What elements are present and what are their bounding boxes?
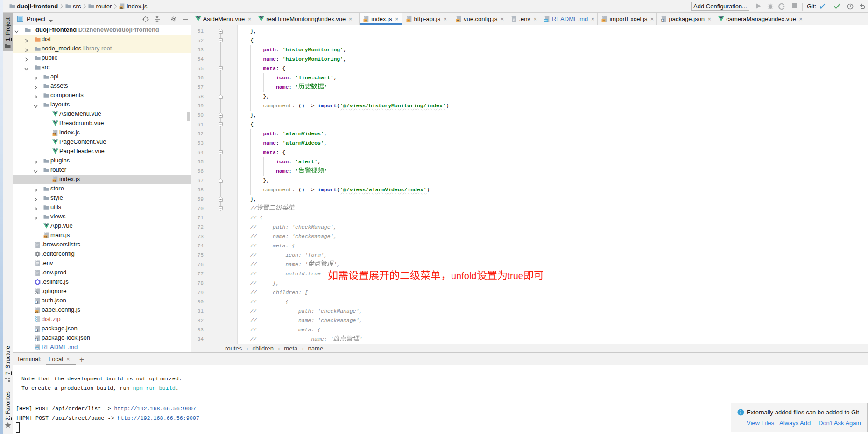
svg-text:{}: {} xyxy=(35,329,38,332)
svg-text:{}: {} xyxy=(661,18,664,21)
svg-text:JS: JS xyxy=(53,133,56,136)
svg-text:JS: JS xyxy=(456,19,459,22)
svg-text:JS: JS xyxy=(35,310,38,313)
svg-text:{}: {} xyxy=(35,301,38,304)
svg-text:JS: JS xyxy=(364,19,367,22)
svg-text:JS: JS xyxy=(44,236,47,238)
svg-text:JS: JS xyxy=(53,180,56,182)
svg-text:JS: JS xyxy=(602,19,605,22)
svg-text:JS: JS xyxy=(120,7,123,9)
svg-text:MD: MD xyxy=(544,19,548,22)
svg-text:MD: MD xyxy=(35,348,39,350)
svg-text:{}: {} xyxy=(35,338,38,341)
svg-text:JS: JS xyxy=(406,19,409,22)
